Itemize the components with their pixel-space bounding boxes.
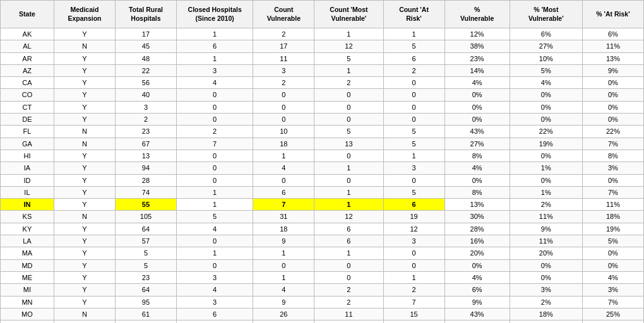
cell-count_most: 11 (314, 308, 383, 320)
table-row: MAY5111020%20%0% (1, 247, 644, 259)
cell-closed: 2 (177, 126, 253, 138)
col-header-count_at: Count 'AtRisk' (383, 1, 444, 28)
cell-pct_most: 0% (510, 259, 582, 271)
cell-state: HI (1, 150, 54, 162)
cell-pct_at: 4% (582, 271, 643, 283)
cell-count_vuln: 2 (253, 77, 314, 89)
col-header-pct_most: % 'MostVulnerable' (510, 1, 582, 28)
cell-count_at: 0 (383, 77, 444, 89)
cell-pct_at: 3% (582, 162, 643, 174)
cell-medicaid: Y (54, 77, 115, 89)
cell-pct_most: 2% (510, 199, 582, 211)
cell-pct_vuln: 8% (444, 186, 510, 198)
cell-pct_vuln: 0% (444, 89, 510, 101)
cell-count_vuln: 0 (253, 101, 314, 113)
cell-closed: 0 (177, 101, 253, 113)
cell-state: ID (1, 174, 54, 186)
cell-closed: 0 (177, 174, 253, 186)
cell-count_most: 1 (314, 247, 383, 259)
cell-count_at: 1 (383, 271, 444, 283)
cell-total_rural: 64 (115, 223, 176, 235)
cell-total_rural: 5 (115, 247, 176, 259)
cell-count_most: 2 (314, 284, 383, 296)
cell-pct_vuln: 0% (444, 259, 510, 271)
cell-count_vuln: 27 (253, 320, 314, 323)
cell-closed: 4 (177, 223, 253, 235)
col-header-count_vuln: CountVulnerable (253, 1, 314, 28)
cell-state: FL (1, 126, 54, 138)
cell-medicaid: Y (54, 284, 115, 296)
cell-closed: 3 (177, 296, 253, 308)
cell-pct_most: 6% (510, 28, 582, 40)
cell-pct_at: 9% (582, 64, 643, 76)
cell-closed: 1 (177, 199, 253, 211)
cell-pct_vuln: 43% (444, 308, 510, 320)
cell-medicaid: Y (54, 235, 115, 247)
cell-count_at: 3 (383, 235, 444, 247)
cell-count_vuln: 17 (253, 40, 314, 52)
table-row: ALN4561712538%27%11% (1, 40, 644, 52)
cell-medicaid: Y (54, 89, 115, 101)
col-header-total_rural: Total RuralHospitals (115, 1, 176, 28)
cell-pct_vuln: 8% (444, 150, 510, 162)
cell-pct_at: 25% (582, 308, 643, 320)
cell-medicaid: N (54, 320, 115, 323)
cell-pct_vuln: 4% (444, 162, 510, 174)
cell-closed: 5 (177, 211, 253, 223)
cell-pct_most: 19% (510, 138, 582, 150)
cell-state: MI (1, 284, 54, 296)
col-header-closed: Closed Hospitals(Since 2010) (177, 1, 253, 28)
table-row: KYY6441861228%9%19% (1, 223, 644, 235)
cell-count_at: 0 (383, 259, 444, 271)
cell-count_vuln: 4 (253, 284, 314, 296)
cell-total_rural: 3 (115, 101, 176, 113)
cell-count_vuln: 1 (253, 271, 314, 283)
cell-count_at: 0 (383, 89, 444, 101)
cell-pct_most: 0% (510, 271, 582, 283)
cell-pct_vuln: 30% (444, 211, 510, 223)
cell-closed: 5 (177, 320, 253, 323)
cell-count_vuln: 2 (253, 28, 314, 40)
table-row: INY55171613%2%11% (1, 199, 644, 211)
cell-count_most: 0 (314, 259, 383, 271)
cell-pct_at: 8% (582, 150, 643, 162)
cell-count_at: 3 (383, 162, 444, 174)
cell-state: MN (1, 296, 54, 308)
cell-count_vuln: 31 (253, 211, 314, 223)
cell-count_most: 0 (314, 89, 383, 101)
cell-closed: 1 (177, 247, 253, 259)
cell-pct_at: 0% (582, 77, 643, 89)
cell-pct_at: 0% (582, 247, 643, 259)
cell-count_vuln: 1 (253, 247, 314, 259)
cell-count_most: 12 (314, 40, 383, 52)
cell-medicaid: N (54, 40, 115, 52)
cell-pct_most: 0% (510, 114, 582, 126)
cell-count_vuln: 26 (253, 308, 314, 320)
cell-total_rural: 45 (115, 40, 176, 52)
cell-pct_at: 22% (582, 126, 643, 138)
cell-medicaid: Y (54, 28, 115, 40)
cell-total_rural: 2 (115, 114, 176, 126)
cell-pct_at: 11% (582, 40, 643, 52)
cell-count_at: 0 (383, 101, 444, 113)
table-row: HIY1301018%0%8% (1, 150, 644, 162)
cell-closed: 6 (177, 40, 253, 52)
cell-closed: 1 (177, 28, 253, 40)
cell-total_rural: 57 (115, 235, 176, 247)
cell-state: CT (1, 101, 54, 113)
cell-count_most: 0 (314, 114, 383, 126)
cell-count_at: 15 (383, 308, 444, 320)
cell-count_vuln: 6 (253, 186, 314, 198)
table-row: MNY9539279%2%7% (1, 296, 644, 308)
cell-pct_vuln: 43% (444, 126, 510, 138)
cell-pct_most: 9% (510, 223, 582, 235)
col-header-pct_at: % 'At Risk' (582, 1, 643, 28)
cell-pct_vuln: 6% (444, 284, 510, 296)
cell-pct_at: 7% (582, 138, 643, 150)
cell-state: IL (1, 186, 54, 198)
col-header-pct_vuln: %Vulnerable (444, 1, 510, 28)
table-row: AKY17121112%6%6% (1, 28, 644, 40)
cell-pct_vuln: 12% (444, 28, 510, 40)
cell-count_at: 6 (383, 52, 444, 64)
cell-closed: 3 (177, 271, 253, 283)
